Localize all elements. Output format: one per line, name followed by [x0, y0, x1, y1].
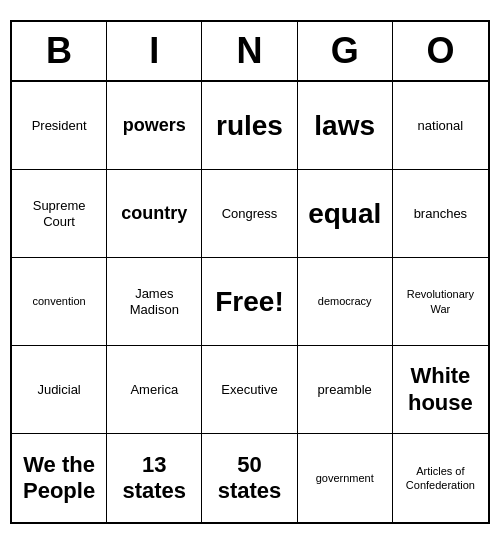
- bingo-cell[interactable]: Revolutionary War: [393, 258, 488, 346]
- cell-text: powers: [123, 115, 186, 137]
- bingo-cell[interactable]: 50 states: [202, 434, 297, 522]
- bingo-cell[interactable]: country: [107, 170, 202, 258]
- bingo-card: BINGO PresidentpowersruleslawsnationalSu…: [10, 20, 490, 524]
- cell-text: James Madison: [111, 286, 197, 317]
- cell-text: convention: [32, 294, 85, 308]
- cell-text: equal: [308, 197, 381, 231]
- cell-text: preamble: [318, 382, 372, 398]
- bingo-cell[interactable]: We the People: [12, 434, 107, 522]
- cell-text: 13 states: [111, 452, 197, 505]
- header-letter: O: [393, 22, 488, 80]
- bingo-cell[interactable]: laws: [298, 82, 393, 170]
- bingo-cell[interactable]: Articles of Confederation: [393, 434, 488, 522]
- bingo-cell[interactable]: branches: [393, 170, 488, 258]
- cell-text: democracy: [318, 294, 372, 308]
- bingo-cell[interactable]: Judicial: [12, 346, 107, 434]
- bingo-cell[interactable]: James Madison: [107, 258, 202, 346]
- bingo-cell[interactable]: White house: [393, 346, 488, 434]
- bingo-cell[interactable]: equal: [298, 170, 393, 258]
- bingo-grid: PresidentpowersruleslawsnationalSupreme …: [12, 82, 488, 522]
- bingo-cell[interactable]: President: [12, 82, 107, 170]
- bingo-cell[interactable]: Executive: [202, 346, 297, 434]
- cell-text: Free!: [215, 285, 283, 319]
- bingo-cell[interactable]: democracy: [298, 258, 393, 346]
- cell-text: Supreme Court: [16, 198, 102, 229]
- bingo-cell[interactable]: Congress: [202, 170, 297, 258]
- cell-text: White house: [397, 363, 484, 416]
- cell-text: Congress: [222, 206, 278, 222]
- bingo-cell[interactable]: convention: [12, 258, 107, 346]
- bingo-cell[interactable]: 13 states: [107, 434, 202, 522]
- cell-text: rules: [216, 109, 283, 143]
- bingo-cell[interactable]: rules: [202, 82, 297, 170]
- cell-text: Executive: [221, 382, 277, 398]
- bingo-cell[interactable]: Supreme Court: [12, 170, 107, 258]
- bingo-cell[interactable]: preamble: [298, 346, 393, 434]
- bingo-cell[interactable]: national: [393, 82, 488, 170]
- bingo-cell[interactable]: government: [298, 434, 393, 522]
- cell-text: Revolutionary War: [397, 287, 484, 316]
- cell-text: Judicial: [37, 382, 80, 398]
- bingo-cell[interactable]: America: [107, 346, 202, 434]
- cell-text: America: [130, 382, 178, 398]
- bingo-cell[interactable]: powers: [107, 82, 202, 170]
- header-letter: G: [298, 22, 393, 80]
- cell-text: President: [32, 118, 87, 134]
- header-letter: B: [12, 22, 107, 80]
- cell-text: national: [418, 118, 464, 134]
- cell-text: Articles of Confederation: [397, 464, 484, 493]
- cell-text: 50 states: [206, 452, 292, 505]
- header-letter: I: [107, 22, 202, 80]
- cell-text: We the People: [16, 452, 102, 505]
- cell-text: country: [121, 203, 187, 225]
- cell-text: branches: [414, 206, 467, 222]
- header-letter: N: [202, 22, 297, 80]
- bingo-header: BINGO: [12, 22, 488, 82]
- bingo-cell[interactable]: Free!: [202, 258, 297, 346]
- cell-text: laws: [314, 109, 375, 143]
- cell-text: government: [316, 471, 374, 485]
